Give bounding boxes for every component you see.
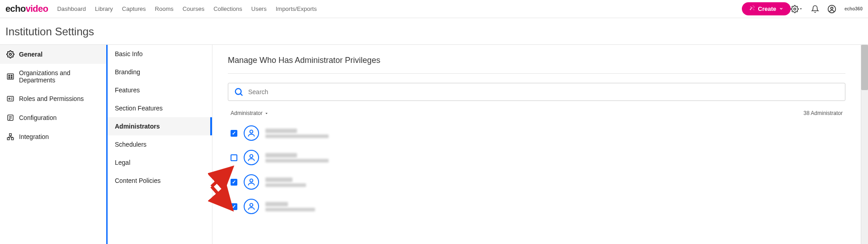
svg-point-30 [250, 179, 253, 182]
sidebar1-label: Roles and Permissions [19, 95, 84, 102]
user-checkbox[interactable] [231, 203, 237, 210]
gear-icon [6, 50, 14, 58]
svg-rect-5 [7, 74, 14, 79]
user-checkbox[interactable] [231, 154, 237, 161]
user-row[interactable] [228, 172, 845, 196]
user-circle-icon [827, 5, 836, 14]
wand-icon [749, 5, 755, 13]
user-email-redacted [265, 134, 329, 138]
nav-dashboard[interactable]: Dashboard [57, 5, 86, 12]
svg-point-25 [236, 89, 241, 95]
main-area: General Organizations and Departments Ro… [0, 44, 868, 244]
roles-icon [6, 95, 14, 103]
caret-down-icon [264, 111, 269, 115]
sidebar1-integration[interactable]: Integration [0, 127, 106, 146]
logo[interactable]: echovideo [5, 4, 48, 14]
sidebar2-content-policies[interactable]: Content Policies [108, 172, 212, 190]
user-row[interactable] [228, 196, 845, 220]
user-email-redacted [265, 183, 306, 187]
nav-library[interactable]: Library [95, 5, 113, 12]
gear-icon [791, 5, 799, 13]
user-checkbox[interactable] [231, 130, 237, 137]
user-name-redacted [265, 153, 297, 158]
account-button[interactable] [827, 5, 836, 14]
nav-courses[interactable]: Courses [183, 5, 204, 12]
sidebar1-general[interactable]: General [0, 45, 106, 64]
sidebar2-schedulers[interactable]: Schedulers [108, 135, 212, 153]
search-box[interactable] [228, 83, 845, 101]
nav-collections[interactable]: Collections [213, 5, 242, 12]
user-name-redacted [265, 177, 292, 182]
sidebar1-label: Configuration [19, 114, 57, 121]
scrollbar[interactable] [861, 45, 868, 244]
create-button[interactable]: Create [742, 2, 791, 15]
sidebar2-branding[interactable]: Branding [108, 63, 212, 81]
sidebar1-roles[interactable]: Roles and Permissions [0, 89, 106, 108]
svg-rect-6 [9, 75, 9, 76]
sidebar1-label: Integration [19, 133, 49, 140]
nav-users[interactable]: Users [251, 5, 267, 12]
svg-marker-27 [265, 113, 268, 114]
user-text [265, 177, 306, 187]
org-icon [6, 72, 14, 81]
user-name-redacted [265, 129, 297, 133]
svg-point-3 [830, 7, 833, 9]
brand-mark: echo360 [844, 6, 863, 11]
content-title: Manage Who Has Administrator Privileges [228, 56, 845, 65]
sidebar2-section-features[interactable]: Section Features [108, 99, 212, 117]
svg-rect-20 [11, 138, 14, 140]
user-text [265, 202, 315, 211]
sort-label-text: Administrator [231, 110, 263, 116]
chevron-down-icon [779, 5, 783, 12]
svg-rect-19 [7, 138, 9, 140]
notifications-button[interactable] [811, 5, 819, 13]
scrollbar-thumb[interactable] [861, 45, 868, 90]
search-icon [234, 87, 244, 97]
user-row[interactable] [228, 123, 845, 147]
sidebar1-label: General [19, 51, 42, 58]
svg-line-26 [241, 94, 242, 96]
sidebar2-basic-info[interactable]: Basic Info [108, 45, 212, 63]
svg-marker-1 [800, 8, 802, 10]
user-checkbox[interactable] [231, 179, 237, 186]
user-list [228, 123, 845, 220]
sidebar2-legal[interactable]: Legal [108, 153, 212, 172]
svg-rect-9 [11, 77, 12, 78]
settings-dropdown[interactable] [791, 5, 803, 13]
user-row[interactable] [228, 147, 845, 172]
logo-part1: echo [5, 4, 26, 14]
sidebar1-configuration[interactable]: Configuration [0, 108, 106, 127]
sidebar2-features[interactable]: Features [108, 81, 212, 99]
create-button-label: Create [758, 5, 776, 12]
svg-point-4 [9, 53, 12, 56]
page-title: Institution Settings [0, 18, 868, 44]
sidebar1-organizations[interactable]: Organizations and Departments [0, 64, 106, 89]
logo-part2: video [26, 4, 48, 14]
user-name-redacted [265, 202, 288, 206]
integration-icon [6, 133, 14, 141]
search-input[interactable] [248, 88, 840, 96]
user-avatar-icon [244, 174, 259, 190]
divider [228, 73, 845, 74]
caret-down-icon [799, 7, 803, 11]
admin-count: 38 Administrator [803, 110, 843, 116]
nav-rooms[interactable]: Rooms [155, 5, 174, 12]
sort-row: Administrator 38 Administrator [228, 110, 845, 116]
sidebar2-administrators[interactable]: Administrators [108, 117, 212, 135]
user-email-redacted [265, 208, 315, 211]
svg-point-29 [250, 154, 253, 158]
user-avatar-icon [244, 125, 259, 141]
sort-by-administrator[interactable]: Administrator [231, 110, 269, 116]
user-avatar-icon [244, 199, 259, 214]
bell-icon [811, 5, 819, 13]
nav-captures[interactable]: Captures [122, 5, 146, 12]
svg-point-11 [9, 98, 10, 100]
settings-category-sidebar: General Organizations and Departments Ro… [0, 45, 106, 244]
user-text [265, 129, 329, 138]
user-text [265, 153, 329, 163]
svg-rect-7 [11, 75, 12, 76]
config-icon [6, 114, 14, 122]
svg-point-31 [250, 203, 253, 206]
svg-point-0 [794, 8, 796, 10]
nav-imports-exports[interactable]: Imports/Exports [276, 5, 317, 12]
